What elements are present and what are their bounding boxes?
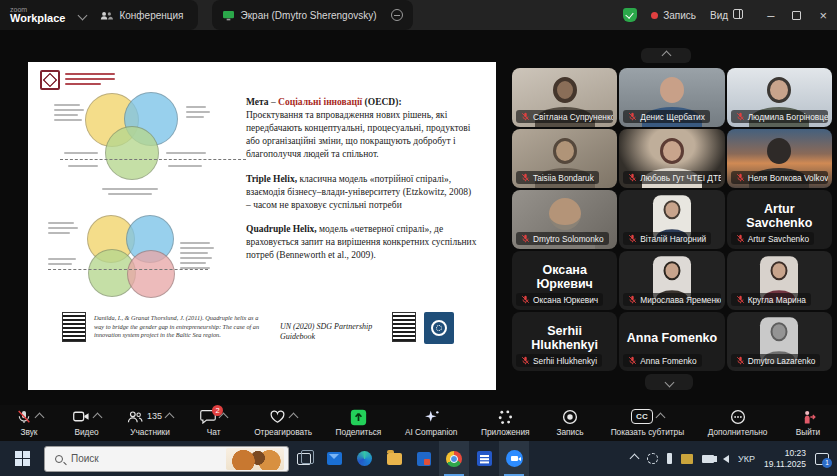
sdg-wheel-icon (431, 320, 447, 336)
taskbar-search[interactable]: Поиск (44, 446, 289, 472)
notification-button[interactable]: 1 (815, 453, 829, 465)
muted-mic-icon (628, 173, 637, 182)
clock[interactable]: 10:23 19.11.2025 (764, 448, 806, 469)
participant-name-label: Artur Savchenko (748, 234, 809, 244)
chevron-up-icon[interactable] (34, 413, 44, 423)
participant-tile[interactable]: Денис Щербатих (619, 68, 724, 127)
participant-name-label: Dmytro Lazarenko (748, 356, 816, 366)
sdg-logo (424, 312, 454, 344)
participant-name-label: Неля Волкова Volkova (748, 173, 828, 183)
search-doodle-image[interactable] (226, 448, 284, 470)
toolbar-button-label: Видео (74, 427, 98, 437)
slide-citation: Danilda, I., & Granat Thorslund, J. (201… (94, 314, 266, 340)
taskbar-file-explorer[interactable] (379, 441, 409, 476)
toolbar-button-ai[interactable]: AI Companion (405, 409, 458, 437)
toolbar-button-apps[interactable]: Приложения (481, 409, 530, 437)
maximize-button[interactable] (792, 11, 801, 20)
taskbar-photos-app[interactable] (409, 441, 439, 476)
chat-icon: 2 (200, 409, 216, 428)
start-button[interactable] (0, 451, 44, 466)
muted-mic-icon (736, 112, 745, 121)
taskbar-chrome[interactable] (439, 441, 469, 476)
participant-tile[interactable]: Віталій Нагорний (619, 190, 724, 249)
participant-name-label: Оксана Юркевич (533, 295, 598, 305)
search-placeholder: Поиск (71, 453, 218, 464)
participant-name-badge: Денис Щербатих (623, 110, 710, 123)
muted-mic-icon (521, 112, 530, 121)
participant-tile[interactable]: Неля Волкова Volkova (727, 129, 832, 188)
windows-taskbar: Поиск УКР 10:23 19.11.2025 1 (0, 441, 837, 476)
video-icon (73, 409, 90, 428)
toolbar-button-more[interactable]: Дополнительно (708, 409, 768, 437)
tab-meeting[interactable]: Конференция (100, 10, 183, 21)
toolbar-button-label: Участники (130, 427, 170, 437)
taskbar-zoom-app[interactable] (499, 441, 529, 476)
muted-mic-icon (628, 356, 637, 365)
photos-lock-icon[interactable] (681, 454, 693, 464)
recording-indicator[interactable]: Запись (651, 10, 696, 21)
minimize-button[interactable]: – (767, 8, 774, 23)
participant-tile[interactable]: Artur SavchenkoArtur Savchenko (727, 190, 832, 249)
toolbar-button-leave[interactable]: Выйти (791, 409, 825, 437)
toolbar-button-record[interactable]: Запись (553, 409, 587, 437)
participant-tile[interactable]: Dmytro Lazarenko (727, 312, 832, 371)
chevron-up-icon[interactable] (165, 413, 175, 423)
taskbar-word[interactable] (469, 441, 499, 476)
folder-icon (387, 453, 402, 465)
participant-tile[interactable]: Anna FomenkoAnna Fomenko (619, 312, 724, 371)
toolbar-button-label: AI Companion (405, 427, 458, 437)
chrome-icon (446, 451, 462, 467)
task-view-button[interactable] (289, 441, 319, 476)
taskbar-edge[interactable] (349, 441, 379, 476)
toolbar-button-participants[interactable]: 135Участники (127, 409, 173, 437)
tray-chevron-up-icon[interactable] (630, 454, 640, 464)
close-button[interactable]: × (819, 8, 827, 23)
participant-tile[interactable]: Мирослава Яременко (619, 251, 724, 310)
toolbar-button-label: Выйти (796, 427, 821, 437)
toolbar-button-label: Запись (556, 427, 583, 437)
toolbar-button-share[interactable]: Поделиться (336, 409, 382, 437)
chevron-up-icon[interactable] (219, 413, 229, 423)
chevron-up-icon (661, 51, 671, 61)
gallery-collapse-button[interactable] (641, 48, 691, 63)
participant-name-badge: Неля Волкова Volkova (731, 171, 828, 184)
tab-screen-share[interactable]: Экран (Dmytro Sherengovsky) (212, 0, 413, 30)
toolbar-button-chat[interactable]: 2Чат (197, 409, 231, 437)
shared-screen-slide: Мета – Соціальні інновації (OECD): Проєк… (28, 62, 496, 390)
photos-app-icon (417, 452, 431, 466)
cast-icon[interactable] (647, 453, 658, 464)
toolbar-button-audio[interactable]: Звук (12, 409, 46, 437)
view-button[interactable]: Вид (710, 9, 743, 21)
dash-circle-icon[interactable] (391, 9, 403, 21)
chevron-up-icon[interactable] (289, 413, 299, 423)
chevron-up-icon[interactable] (655, 413, 665, 423)
toolbar-button-label: Показать субтитры (611, 427, 685, 437)
participant-tile[interactable]: Оксана ЮркевичОксана Юркевич (512, 251, 617, 310)
muted-mic-icon (521, 234, 530, 243)
clock-date: 19.11.2025 (764, 459, 806, 470)
participant-tile[interactable]: Людмила Богріновце... (727, 68, 832, 127)
toolbar-button-react[interactable]: Отреагировать (254, 409, 312, 437)
chevron-up-icon[interactable] (92, 413, 102, 423)
participant-name-badge: Anna Fomenko (623, 354, 701, 367)
participant-tile[interactable]: Dmytro Solomonko (512, 190, 617, 249)
security-shield-icon[interactable] (623, 8, 637, 22)
participant-tile[interactable]: Serhii HlukhenkyiSerhii Hlukhenkyi (512, 312, 617, 371)
language-indicator[interactable]: УКР (738, 454, 755, 464)
task-view-icon (297, 453, 311, 465)
participant-tile[interactable]: Taisiia Bondaruk (512, 129, 617, 188)
toolbar-button-captions[interactable]: CCПоказать субтитры (611, 409, 685, 437)
participant-tile[interactable]: Кругла Марина (727, 251, 832, 310)
muted-mic-icon (628, 295, 637, 304)
speaker-icon[interactable] (723, 455, 729, 463)
screen-share-icon (222, 10, 235, 21)
chevron-down-icon[interactable] (78, 10, 88, 20)
toolbar-button-video[interactable]: Видео (70, 409, 104, 437)
participant-tile[interactable]: Світлана Супруненко (512, 68, 617, 127)
usb-icon[interactable] (667, 453, 672, 464)
participant-tile[interactable]: Любовь Гут ЧТЕІ ДТЕУ (619, 129, 724, 188)
gallery-expand-button[interactable] (645, 374, 693, 390)
taskbar-outlook[interactable] (319, 441, 349, 476)
participant-name-badge: Віталій Нагорний (623, 232, 711, 245)
chevron-down-icon (664, 377, 674, 387)
